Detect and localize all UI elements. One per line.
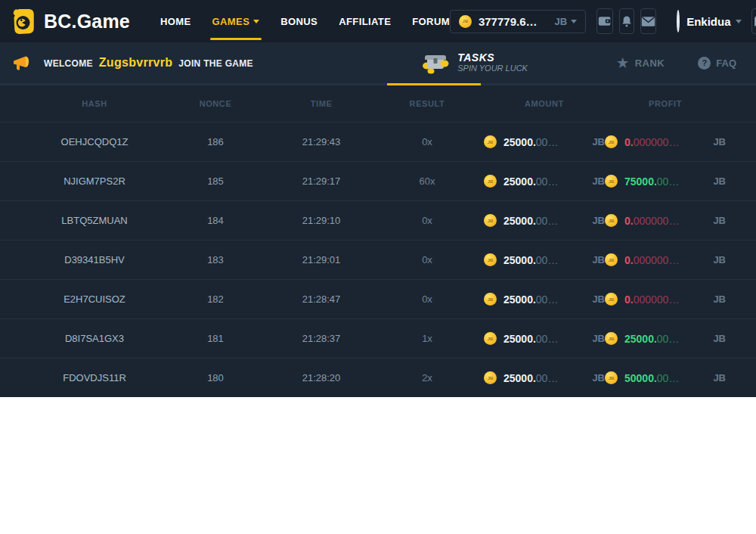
nav-forum[interactable]: FORUM <box>412 0 450 42</box>
bet-nonce: 183 <box>159 254 272 265</box>
amount-currency: JB <box>592 254 605 265</box>
bell-icon <box>620 14 634 29</box>
table-row[interactable]: E2H7CUISOZ 182 21:28:47 0x JB 25000.00… … <box>0 279 756 318</box>
header-nonce: NONCE <box>159 99 272 108</box>
bet-profit: JB 50000.00… JB <box>605 371 726 384</box>
chevron-down-icon <box>253 20 259 23</box>
header-profit: PROFIT <box>605 99 726 108</box>
table-header-row: HASH NONCE TIME RESULT AMOUNT PROFIT <box>0 85 756 122</box>
envelope-icon <box>641 16 655 27</box>
jb-coin-icon: JB <box>605 332 618 345</box>
bet-time: 21:28:20 <box>272 372 370 383</box>
header-amount: AMOUNT <box>484 99 605 108</box>
amount-currency: JB <box>592 136 605 147</box>
welcome-suffix: JOIN THE GAME <box>178 58 253 69</box>
profit-value: 0.000000… <box>624 254 679 266</box>
chevron-down-icon <box>571 20 577 23</box>
amount-value: 25000.00… <box>503 136 558 148</box>
notifications-button[interactable] <box>619 8 634 34</box>
rank-link[interactable]: ★ RANK <box>617 57 665 70</box>
table-row[interactable]: NJIGM7PS2R 185 21:29:17 60x JB 25000.00…… <box>0 161 756 200</box>
table-row[interactable]: D8I7SA1GX3 181 21:28:37 1x JB 25000.00… … <box>0 318 756 358</box>
rank-label: RANK <box>635 57 665 69</box>
jb-coin-icon: JB <box>459 15 472 28</box>
tasks-shortcut[interactable]: TASKS SPIN YOUR LUCK <box>421 51 528 75</box>
jb-coin-icon: JB <box>484 293 497 306</box>
top-navigation-bar: BC.Game HOME GAMES BONUS AFFILIATE FORUM… <box>0 0 756 42</box>
bet-amount: JB 25000.00… JB <box>484 293 605 306</box>
bet-amount: JB 25000.00… JB <box>484 214 605 227</box>
amount-value: 25000.00… <box>503 333 558 345</box>
table-row[interactable]: D39341B5HV 183 21:29:01 0x JB 25000.00… … <box>0 240 756 279</box>
balance-currency-label: JB <box>555 16 568 27</box>
treasure-chest-icon <box>421 51 450 75</box>
bet-amount: JB 25000.00… JB <box>484 371 605 384</box>
nav-affiliate[interactable]: AFFILIATE <box>339 0 391 42</box>
bet-time: 21:29:43 <box>272 136 370 147</box>
jb-coin-icon: JB <box>484 253 497 266</box>
bet-amount: JB 25000.00… JB <box>484 135 605 148</box>
bet-profit: JB 75000.00… JB <box>605 175 726 188</box>
nav-home[interactable]: HOME <box>160 0 191 42</box>
jb-coin-icon: JB <box>484 175 497 188</box>
nav-games[interactable]: GAMES <box>212 0 260 42</box>
faq-label: FAQ <box>716 57 736 69</box>
bet-nonce: 182 <box>159 293 272 305</box>
bet-amount: JB 25000.00… JB <box>484 175 605 188</box>
amount-value: 25000.00… <box>503 215 558 227</box>
user-avatar[interactable] <box>677 10 680 33</box>
table-row[interactable]: OEHJCQDQ1Z 186 21:29:43 0x JB 25000.00… … <box>0 122 756 161</box>
amount-value: 25000.00… <box>503 254 558 266</box>
chevron-down-icon[interactable] <box>736 20 742 23</box>
jb-coin-icon: JB <box>605 135 618 148</box>
header-result: RESULT <box>370 99 484 108</box>
bet-hash: NJIGM7PS2R <box>30 175 159 187</box>
amount-value: 25000.00… <box>503 372 558 384</box>
bet-time: 21:29:01 <box>272 254 370 265</box>
active-tab-indicator <box>387 83 481 85</box>
nav-bonus[interactable]: BONUS <box>280 0 318 42</box>
bet-nonce: 181 <box>159 333 272 344</box>
bet-hash: D8I7SA1GX3 <box>30 333 159 344</box>
profit-value: 50000.00… <box>624 372 679 384</box>
balance-currency: JB <box>555 16 578 27</box>
profit-value: 0.000000… <box>624 215 679 227</box>
amount-currency: JB <box>592 215 605 226</box>
bet-result: 1x <box>370 333 484 344</box>
bet-profit: JB 0.000000… JB <box>605 135 726 148</box>
profit-value: 75000.00… <box>624 175 679 188</box>
bet-result: 0x <box>370 293 484 305</box>
table-row[interactable]: LBTQ5ZMUAN 184 21:29:10 0x JB 25000.00… … <box>0 200 756 240</box>
jb-coin-icon: JB <box>484 332 497 345</box>
jb-coin-icon: JB <box>605 253 618 266</box>
username-label[interactable]: Enkidua <box>686 15 730 28</box>
profit-value: 25000.00… <box>624 333 679 345</box>
jb-coin-icon: JB <box>605 293 618 306</box>
bet-result: 2x <box>370 372 484 383</box>
bet-result: 0x <box>370 215 484 226</box>
profit-currency: JB <box>713 175 726 187</box>
amount-currency: JB <box>592 372 605 383</box>
bet-hash: FDOVDJS11R <box>30 372 159 383</box>
welcome-username[interactable]: Zugsbvrrvrb <box>99 56 173 70</box>
nav-games-label: GAMES <box>212 16 250 27</box>
messages-button[interactable] <box>640 8 656 34</box>
bet-nonce: 185 <box>159 175 272 187</box>
jb-coin-icon: JB <box>484 135 497 148</box>
bet-result: 0x <box>370 136 484 147</box>
bet-nonce: 184 <box>159 215 272 226</box>
bcgame-logo[interactable]: BC.Game <box>11 8 130 36</box>
chat-button[interactable] <box>751 8 756 34</box>
table-row[interactable]: FDOVDJS11R 180 21:28:20 2x JB 25000.00… … <box>0 358 756 397</box>
profit-currency: JB <box>713 372 726 383</box>
tasks-title: TASKS <box>457 52 528 64</box>
bet-hash: LBTQ5ZMUAN <box>30 215 159 226</box>
tasks-subtitle: SPIN YOUR LUCK <box>457 64 528 73</box>
bet-result: 60x <box>370 175 484 187</box>
bet-time: 21:29:10 <box>272 215 370 226</box>
wallet-button[interactable] <box>596 8 613 34</box>
bet-result: 0x <box>370 254 484 265</box>
faq-link[interactable]: ? FAQ <box>698 57 736 70</box>
balance-selector[interactable]: JB 377779.6… JB <box>450 10 586 33</box>
page: BC.Game HOME GAMES BONUS AFFILIATE FORUM… <box>0 0 756 534</box>
